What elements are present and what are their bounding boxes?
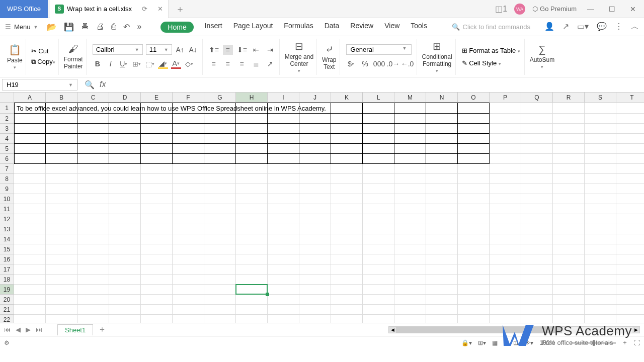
cell[interactable] (14, 254, 46, 264)
cell[interactable] (77, 264, 109, 275)
cell[interactable] (426, 275, 458, 285)
cell[interactable] (173, 214, 204, 224)
cell[interactable] (616, 295, 644, 305)
cell[interactable] (299, 174, 331, 184)
cell[interactable] (521, 204, 553, 214)
cell[interactable] (521, 254, 553, 264)
cell[interactable] (236, 285, 268, 295)
document-tab[interactable]: S Wrap text in a cell.xlsx ⟳ ✕ (50, 0, 169, 18)
cell[interactable] (490, 264, 521, 275)
cell[interactable] (553, 264, 585, 275)
cell[interactable] (458, 275, 490, 285)
cell[interactable] (77, 124, 109, 134)
cell[interactable] (268, 184, 299, 194)
cell[interactable] (14, 124, 46, 134)
cell[interactable] (363, 295, 394, 305)
cell-style-button[interactable]: ✎ Cell Style ▾ (462, 59, 520, 67)
cell[interactable] (394, 174, 426, 184)
row-header[interactable]: 20 (0, 295, 14, 305)
tab-tools[interactable]: Tools (411, 22, 427, 33)
cell[interactable] (77, 174, 109, 184)
italic-button[interactable]: I (106, 59, 116, 69)
cell[interactable] (553, 234, 585, 244)
new-tab-button[interactable]: ＋ (176, 3, 185, 15)
cell[interactable] (109, 144, 141, 154)
cell[interactable] (363, 204, 394, 214)
cell[interactable] (299, 144, 331, 154)
cell[interactable] (141, 214, 173, 224)
cell[interactable] (331, 264, 363, 275)
cell[interactable] (204, 315, 236, 323)
cell[interactable] (14, 114, 46, 124)
cell[interactable] (204, 184, 236, 194)
status-tool-icon[interactable]: ⚙ (4, 339, 10, 346)
cell[interactable] (268, 103, 299, 114)
cell[interactable] (616, 254, 644, 264)
cell[interactable] (616, 124, 644, 134)
cell[interactable] (46, 194, 77, 204)
cell[interactable] (109, 264, 141, 275)
cell[interactable] (236, 164, 268, 174)
column-header[interactable]: C (77, 93, 109, 103)
cell[interactable] (299, 285, 331, 295)
cell[interactable] (236, 295, 268, 305)
cell[interactable] (14, 184, 46, 194)
cell[interactable] (109, 224, 141, 234)
tab-data[interactable]: Data (325, 22, 340, 33)
spreadsheet-grid[interactable]: ABCDEFGHIJKLMNOPQRST 1234567891011121314… (0, 93, 644, 323)
cell[interactable] (458, 103, 490, 114)
cell[interactable] (553, 275, 585, 285)
cell[interactable] (77, 305, 109, 315)
cell[interactable] (204, 114, 236, 124)
cell[interactable] (109, 234, 141, 244)
cell[interactable] (458, 134, 490, 144)
cell[interactable] (204, 214, 236, 224)
cell[interactable] (426, 164, 458, 174)
column-header[interactable]: G (204, 93, 236, 103)
cell[interactable] (363, 275, 394, 285)
cell[interactable] (616, 234, 644, 244)
cell[interactable] (268, 305, 299, 315)
column-header[interactable]: F (173, 93, 204, 103)
cell[interactable] (394, 305, 426, 315)
column-header[interactable]: T (616, 93, 644, 103)
cell[interactable] (109, 164, 141, 174)
cell[interactable] (458, 264, 490, 275)
cell[interactable] (458, 285, 490, 295)
cell[interactable] (553, 114, 585, 124)
cell[interactable] (173, 234, 204, 244)
cell[interactable] (490, 244, 521, 254)
row-header[interactable]: 6 (0, 154, 14, 164)
cell[interactable] (204, 124, 236, 134)
cell[interactable] (585, 214, 616, 224)
cell[interactable] (585, 184, 616, 194)
decrease-font-icon[interactable]: A↓ (188, 45, 198, 55)
cell[interactable] (14, 315, 46, 323)
cell[interactable] (394, 224, 426, 234)
cell[interactable] (46, 184, 77, 194)
cancel-formula-icon[interactable]: 🔍 (85, 80, 95, 89)
cell[interactable] (236, 114, 268, 124)
cell[interactable] (46, 134, 77, 144)
cell[interactable] (204, 295, 236, 305)
go-premium-button[interactable]: ⬡ Go Premium (532, 5, 577, 13)
cell[interactable] (109, 194, 141, 204)
decrease-indent-icon[interactable]: ⇤ (251, 45, 261, 55)
increase-decimal-icon[interactable]: .0→ (388, 59, 398, 69)
cell[interactable] (236, 244, 268, 254)
cell[interactable] (77, 315, 109, 323)
select-all-corner[interactable] (0, 93, 14, 103)
cell[interactable] (458, 254, 490, 264)
column-header[interactable]: N (426, 93, 458, 103)
cell[interactable] (363, 144, 394, 154)
cell[interactable] (173, 295, 204, 305)
cell[interactable] (204, 154, 236, 164)
add-sheet-button[interactable]: ＋ (98, 324, 106, 335)
align-bottom-icon[interactable]: ⬇≡ (237, 45, 247, 55)
cell[interactable] (173, 184, 204, 194)
cell[interactable] (141, 254, 173, 264)
fill-handle[interactable] (266, 293, 269, 296)
column-header[interactable]: E (141, 93, 173, 103)
cell[interactable] (490, 305, 521, 315)
cell[interactable] (236, 124, 268, 134)
